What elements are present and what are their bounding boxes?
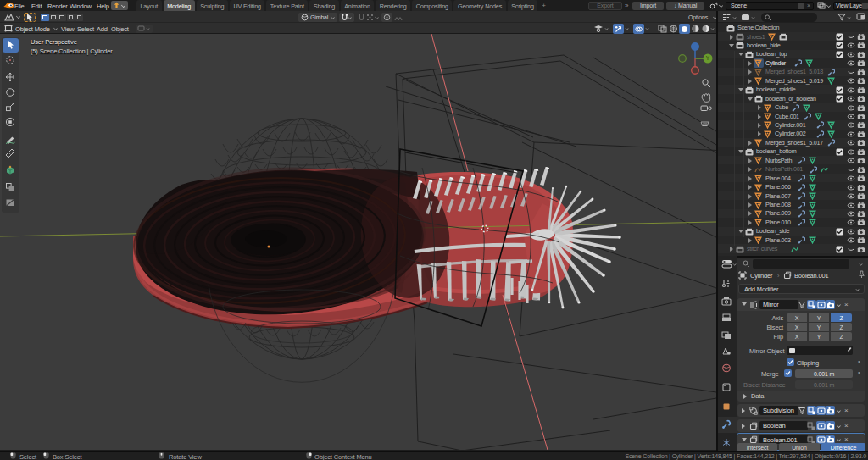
svg-text:Y: Y (706, 55, 710, 61)
